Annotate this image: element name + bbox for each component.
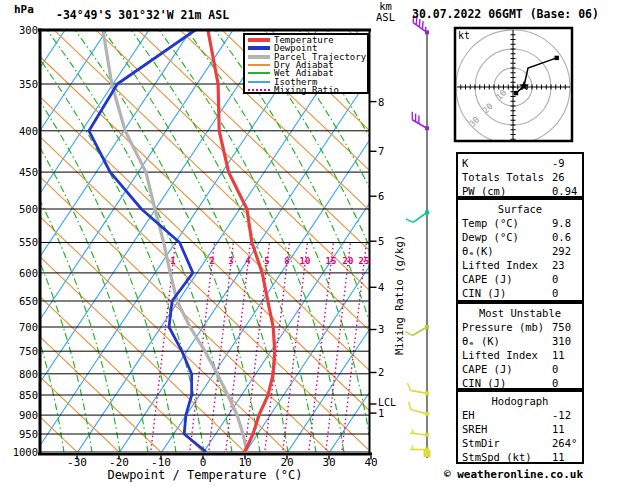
pressure-tick-label: 550 [6, 236, 38, 248]
altitude-tick-label: 1 [378, 407, 384, 419]
index-value: -12 [552, 408, 571, 422]
wind-barb [408, 383, 430, 396]
index-label: CAPE (J) [462, 272, 513, 286]
panel-title: Most Unstable [458, 306, 582, 320]
pressure-tick-label: 300 [6, 24, 38, 36]
index-value: 0 [552, 272, 558, 286]
indices-panel-hodograph: HodographEH-12SREH11StmDir264°StmSpd (kt… [456, 390, 584, 464]
legend-line-sample [248, 81, 270, 83]
altitude-axis-ticks [370, 102, 377, 414]
pressure-tick-label: 600 [6, 267, 38, 279]
panel-title: Surface [458, 202, 582, 216]
index-value: 11 [552, 422, 565, 436]
altitude-tick-label: 8 [378, 96, 384, 108]
pressure-tick-label: 750 [6, 345, 38, 357]
temperature-tick-label: 30 [322, 456, 335, 469]
index-value: 0 [552, 286, 558, 300]
index-row: Lifted Index23 [458, 258, 582, 272]
index-value: 292 [552, 244, 571, 258]
wind-barb [409, 402, 430, 416]
index-label: θₑ(K) [462, 244, 494, 258]
index-value: 310 [552, 334, 571, 348]
surface-wind-marker [424, 450, 431, 457]
temperature-tick-label: 40 [364, 456, 377, 469]
altitude-axis-unit: km ASL [376, 1, 395, 23]
wind-barb-column [405, 15, 430, 458]
indices-panel-surface: SurfaceTemp (°C)9.8Dewp (°C)0.6θₑ(K)292L… [456, 198, 584, 302]
altitude-tick-label: 2 [378, 366, 384, 378]
indices-panel: K-9Totals Totals26PW (cm)0.94 [456, 152, 584, 198]
pressure-tick-label: 850 [6, 389, 38, 401]
index-row: StmDir264° [458, 436, 582, 450]
legend-line-sample [248, 38, 270, 42]
wind-barb [412, 112, 429, 131]
index-label: Lifted Index [462, 348, 538, 362]
pressure-tick-label: 1000 [6, 446, 38, 458]
index-value: 0 [552, 362, 558, 376]
mixing-ratio-value-label: 8 [284, 256, 289, 266]
index-label: EH [462, 408, 475, 422]
run-datetime: 30.07.2022 06GMT (Base: 06) [412, 7, 599, 21]
index-label: SREH [462, 422, 487, 436]
index-row: Pressure (mb)750 [458, 320, 582, 334]
index-value: 11 [552, 348, 565, 362]
pressure-tick-label: 900 [6, 409, 38, 421]
index-value: 9.8 [552, 216, 571, 230]
pressure-tick-label: 450 [6, 166, 38, 178]
index-row: Temp (°C)9.8 [458, 216, 582, 230]
pressure-axis-unit: hPa [14, 3, 34, 16]
index-label: Dewp (°C) [462, 230, 519, 244]
index-label: θₑ (K) [462, 334, 500, 348]
mixing-ratio-value-label: 4 [245, 256, 250, 266]
index-row: CIN (J)0 [458, 286, 582, 300]
altitude-tick-label: 3 [378, 323, 384, 335]
index-value: 0.6 [552, 230, 571, 244]
legend-line-sample [248, 64, 270, 66]
station-title: -34°49'S 301°32'W 21m ASL [56, 8, 229, 22]
hodograph-panel: 102030 [455, 28, 572, 144]
legend-entry: Mixing Ratio [248, 86, 367, 94]
index-label: CAPE (J) [462, 362, 513, 376]
index-row: θₑ (K)310 [458, 334, 582, 348]
mixing-ratio-value-label: 10 [300, 256, 311, 266]
hodograph-level-marker [514, 91, 518, 95]
index-row: StmSpd (kt)11 [458, 450, 582, 464]
legend-line-sample [248, 72, 270, 74]
pressure-tick-label: 500 [6, 203, 38, 215]
altitude-tick-label: 7 [378, 145, 384, 157]
mixing-ratio-value-label: 3 [228, 256, 233, 266]
x-axis-title: Dewpoint / Temperature (°C) [107, 468, 302, 482]
temperature-tick-label: -10 [151, 456, 171, 469]
legend-box: TemperatureDewpointParcel TrajectoryDry … [243, 33, 369, 94]
indices-panel-most-unstable: Most UnstablePressure (mb)750θₑ (K)310Li… [456, 302, 584, 390]
index-value: 0 [552, 376, 558, 390]
index-label: Pressure (mb) [462, 320, 544, 334]
temperature-tick-label: 20 [280, 456, 293, 469]
index-row: θₑ(K)292 [458, 244, 582, 258]
mixing-ratio-value-label: 25 [359, 256, 370, 266]
temperature-tick-label: 10 [238, 456, 251, 469]
panel-title: Hodograph [458, 394, 582, 408]
temperature-tick-label: -20 [109, 456, 129, 469]
legend-line-sample [248, 46, 270, 50]
index-value: 23 [552, 258, 565, 272]
mixing-ratio-value-label: 2 [209, 256, 214, 266]
mixing-ratio-value-label: 15 [326, 256, 337, 266]
temperature-tick-label: -30 [67, 456, 87, 469]
pressure-tick-label: 400 [6, 125, 38, 137]
skewt-sounding-screenshot: 102030 hPa -34°49'S 301°32'W 21m ASL km … [0, 0, 629, 486]
index-row: EH-12 [458, 408, 582, 422]
index-row: Totals Totals26 [458, 170, 582, 184]
index-label: PW (cm) [462, 184, 506, 198]
mixing-ratio-value-label: 20 [343, 256, 354, 266]
index-row: PW (cm)0.94 [458, 184, 582, 198]
index-value: 26 [552, 170, 565, 184]
wind-barb [406, 211, 429, 223]
legend-line-sample [248, 55, 270, 59]
parcel-trajectory-curve [103, 30, 247, 452]
copyright-credit: © weatheronline.co.uk [444, 468, 583, 481]
index-label: Lifted Index [462, 258, 538, 272]
hodograph-unit-label: kt [458, 30, 470, 41]
index-label: CIN (J) [462, 286, 506, 300]
index-row: CIN (J)0 [458, 376, 582, 390]
